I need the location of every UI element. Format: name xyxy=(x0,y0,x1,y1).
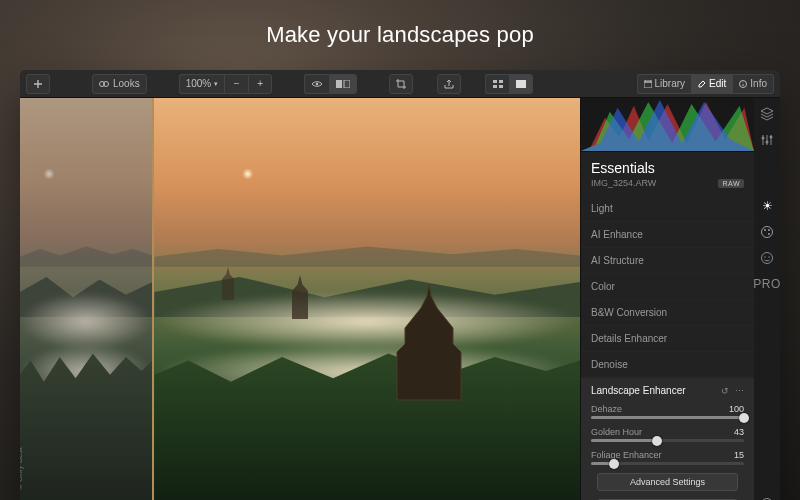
temple-icon xyxy=(384,284,474,404)
tool-landscape-label: Landscape Enhancer xyxy=(591,385,686,396)
image-viewer[interactable]: Before After © Only Best xyxy=(20,98,580,500)
svg-rect-7 xyxy=(493,85,497,88)
before-pane: © Only Best xyxy=(20,98,154,500)
svg-rect-4 xyxy=(344,80,350,88)
svg-point-18 xyxy=(764,229,766,231)
tab-info[interactable]: Info xyxy=(732,74,774,94)
histogram[interactable] xyxy=(581,98,754,152)
svg-point-20 xyxy=(768,233,770,235)
svg-point-16 xyxy=(770,136,773,139)
svg-rect-3 xyxy=(336,80,342,88)
history-icon[interactable] xyxy=(759,496,775,500)
tool-landscape-enhancer[interactable]: Landscape Enhancer ↺ ⋯ Dehaze100 Golden … xyxy=(581,378,754,500)
svg-rect-6 xyxy=(499,80,503,83)
reset-icon[interactable]: ↺ xyxy=(721,386,729,396)
tool-ai-structure[interactable]: AI Structure xyxy=(581,248,754,274)
svg-point-23 xyxy=(768,256,769,257)
looks-label: Looks xyxy=(113,78,140,89)
sun-icon[interactable]: ☀ xyxy=(759,198,775,214)
looks-button[interactable]: Looks xyxy=(92,74,147,94)
hero-title: Make your landscapes pop xyxy=(0,0,800,66)
toolbar: Looks 100% ▾ − + xyxy=(20,70,780,98)
sliders-icon[interactable] xyxy=(759,132,775,148)
tab-edit[interactable]: Edit xyxy=(691,74,732,94)
add-button[interactable] xyxy=(26,74,50,94)
face-icon[interactable] xyxy=(759,250,775,266)
pro-badge[interactable]: PRO xyxy=(759,276,775,292)
raw-badge: RAW xyxy=(718,179,744,188)
svg-point-19 xyxy=(768,229,770,231)
svg-point-2 xyxy=(316,82,319,85)
slider-golden-hour[interactable]: Golden Hour43 xyxy=(591,427,744,442)
svg-rect-10 xyxy=(644,82,652,88)
slider-foliage-enhancer[interactable]: Foliage Enhancer15 xyxy=(591,450,744,465)
svg-point-14 xyxy=(762,137,765,140)
zoom-controls: 100% ▾ − + xyxy=(179,74,273,94)
photo-credit: © Only Best xyxy=(20,447,24,490)
preview-eye-button[interactable] xyxy=(304,74,329,94)
panel-title: Essentials xyxy=(581,152,754,178)
zoom-out-button[interactable]: − xyxy=(224,74,248,94)
single-view-button[interactable] xyxy=(509,74,533,94)
zoom-in-button[interactable]: + xyxy=(248,74,272,94)
advanced-settings-button[interactable]: Advanced Settings xyxy=(597,473,738,491)
tool-details[interactable]: Details Enhancer xyxy=(581,326,754,352)
layers-icon[interactable] xyxy=(759,106,775,122)
grid-view-button[interactable] xyxy=(485,74,509,94)
panel-rail: ☀ PRO xyxy=(754,98,780,500)
tool-denoise[interactable]: Denoise xyxy=(581,352,754,378)
svg-rect-8 xyxy=(499,85,503,88)
zoom-value[interactable]: 100% ▾ xyxy=(179,74,225,94)
svg-point-21 xyxy=(762,253,773,264)
temple-icon xyxy=(214,267,242,303)
svg-point-17 xyxy=(762,227,773,238)
menu-icon[interactable]: ⋯ xyxy=(735,386,744,396)
svg-rect-5 xyxy=(493,80,497,83)
tool-light[interactable]: Light xyxy=(581,196,754,222)
temple-icon xyxy=(282,275,318,323)
tool-color[interactable]: Color xyxy=(581,274,754,300)
tool-ai-enhance[interactable]: AI Enhance xyxy=(581,222,754,248)
svg-rect-11 xyxy=(645,80,651,82)
tab-library[interactable]: Library xyxy=(637,74,692,94)
tool-bw[interactable]: B&W Conversion xyxy=(581,300,754,326)
compare-button[interactable] xyxy=(329,74,357,94)
svg-rect-9 xyxy=(516,80,526,88)
app-window: Looks 100% ▾ − + xyxy=(20,70,780,500)
edit-panel: Essentials IMG_3254.ARW RAW Light AI Enh… xyxy=(580,98,780,500)
svg-point-22 xyxy=(764,256,765,257)
crop-button[interactable] xyxy=(389,74,413,94)
slider-dehaze[interactable]: Dehaze100 xyxy=(591,404,744,419)
mode-tabs: Library Edit Info xyxy=(637,74,775,94)
share-button[interactable] xyxy=(437,74,461,94)
palette-icon[interactable] xyxy=(759,224,775,240)
filename-label: IMG_3254.ARW xyxy=(591,178,656,188)
svg-point-15 xyxy=(766,141,769,144)
after-pane xyxy=(154,98,580,500)
